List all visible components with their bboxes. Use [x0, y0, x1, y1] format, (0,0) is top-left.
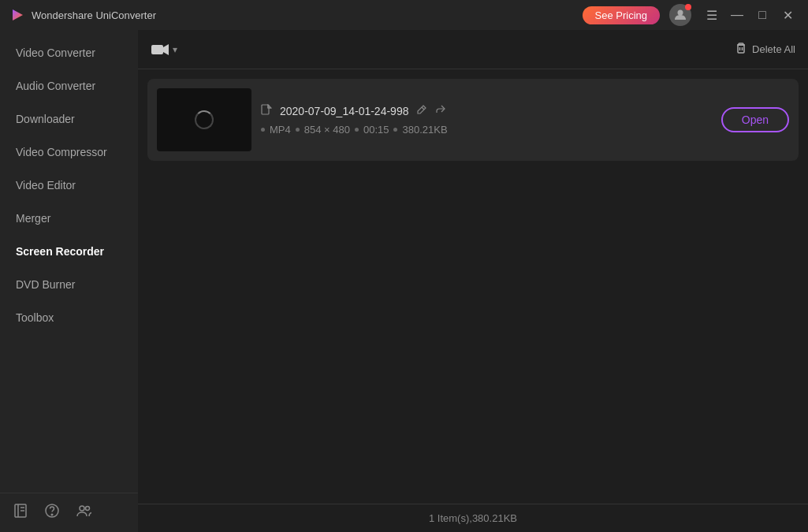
minimize-icon: —: [731, 8, 743, 22]
help-icon[interactable]: [44, 503, 60, 523]
share-icon[interactable]: [435, 104, 446, 117]
dot-2: [296, 128, 300, 132]
content-header: ▾ Delete All: [138, 30, 808, 69]
open-button[interactable]: Open: [721, 107, 789, 132]
video-camera-icon: [151, 42, 169, 58]
svg-line-17: [422, 107, 424, 110]
edit-icon[interactable]: [416, 104, 427, 117]
sidebar: Video Converter Audio Converter Download…: [0, 30, 138, 532]
delete-all-label: Delete All: [752, 43, 795, 55]
dot-1: [261, 128, 265, 132]
sidebar-item-screen-recorder[interactable]: Screen Recorder: [3, 236, 135, 267]
window-controls: ☰ — □ ✕: [701, 4, 799, 26]
main-layout: Video Converter Audio Converter Download…: [0, 30, 808, 532]
svg-point-7: [51, 514, 53, 515]
svg-rect-10: [151, 45, 163, 54]
file-size: 380.21KB: [402, 124, 447, 136]
file-info: 2020-07-09_14-01-24-998: [261, 104, 712, 136]
sidebar-footer: [0, 493, 138, 532]
file-duration: 00:15: [363, 124, 389, 136]
file-item: 2020-07-09_14-01-24-998: [147, 79, 799, 161]
see-pricing-button[interactable]: See Pricing: [583, 6, 660, 24]
sidebar-item-video-editor[interactable]: Video Editor: [3, 169, 135, 201]
users-icon[interactable]: [76, 503, 91, 523]
file-type-icon: [261, 104, 272, 117]
file-thumbnail: [157, 88, 251, 151]
svg-marker-11: [163, 44, 169, 55]
svg-rect-12: [738, 45, 744, 53]
minimize-button[interactable]: —: [726, 4, 748, 26]
sidebar-item-toolbox[interactable]: Toolbox: [3, 302, 135, 333]
delete-all-button[interactable]: Delete All: [735, 42, 795, 58]
sidebar-item-dvd-burner[interactable]: DVD Burner: [3, 269, 135, 300]
file-resolution: 854 × 480: [304, 124, 350, 136]
app-title: Wondershare UniConverter: [32, 9, 583, 21]
maximize-icon: □: [758, 8, 766, 22]
svg-marker-0: [13, 9, 23, 20]
file-name-row: 2020-07-09_14-01-24-998: [261, 104, 712, 117]
sidebar-item-downloader[interactable]: Downloader: [3, 103, 135, 135]
hamburger-button[interactable]: ☰: [701, 4, 723, 26]
close-icon: ✕: [783, 8, 793, 23]
content-area: ▾ Delete All: [138, 30, 808, 532]
svg-point-8: [80, 506, 84, 511]
chevron-down-icon: ▾: [173, 44, 177, 55]
trash-icon: [735, 42, 747, 58]
svg-point-1: [678, 10, 683, 16]
dot-3: [355, 128, 359, 132]
file-meta-row: MP4 854 × 480 00:15 380.21KB: [261, 124, 712, 136]
avatar[interactable]: [669, 4, 691, 26]
sidebar-item-audio-converter[interactable]: Audio Converter: [3, 70, 135, 102]
sidebar-item-video-compressor[interactable]: Video Compressor: [3, 136, 135, 168]
video-mode-button[interactable]: ▾: [151, 42, 177, 58]
close-button[interactable]: ✕: [776, 4, 799, 26]
maximize-button[interactable]: □: [751, 4, 773, 26]
app-logo: [9, 7, 25, 23]
file-list: 2020-07-09_14-01-24-998: [138, 69, 808, 504]
dot-4: [393, 128, 397, 132]
file-name: 2020-07-09_14-01-24-998: [280, 105, 408, 117]
book-icon[interactable]: [13, 503, 28, 523]
statusbar: 1 Item(s),380.21KB: [138, 504, 808, 532]
titlebar: Wondershare UniConverter See Pricing ☰ —…: [0, 0, 808, 30]
status-text: 1 Item(s),380.21KB: [429, 512, 517, 524]
svg-point-9: [86, 507, 90, 511]
content-header-left: ▾: [151, 42, 177, 58]
file-format: MP4: [270, 124, 291, 136]
sidebar-item-merger[interactable]: Merger: [3, 203, 135, 234]
sidebar-item-video-converter[interactable]: Video Converter: [3, 37, 135, 69]
loading-spinner: [195, 110, 214, 129]
hamburger-icon: ☰: [706, 8, 717, 23]
